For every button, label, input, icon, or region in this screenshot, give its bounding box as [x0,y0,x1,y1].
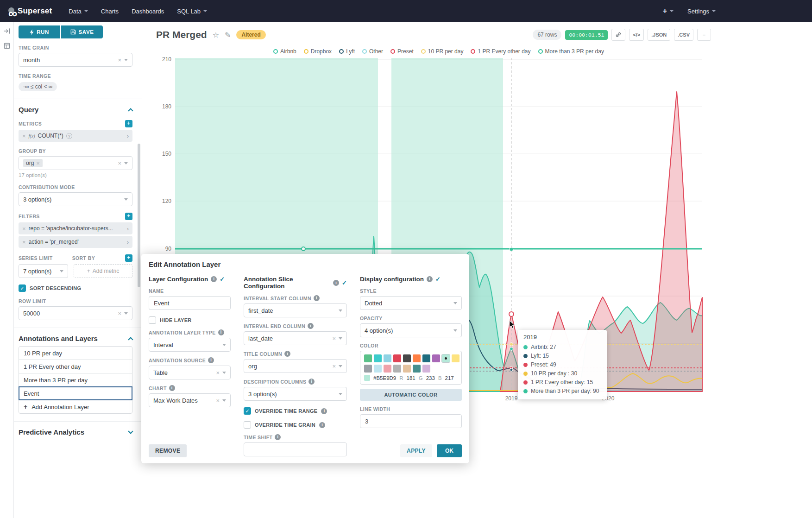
hex-value[interactable]: #B5E9D9 [373,375,396,381]
sort-by-add-metric[interactable]: + Add metric [74,264,132,278]
close-icon[interactable]: × [118,160,121,166]
query-section-header[interactable]: Query [19,106,132,114]
panel-scrollbar[interactable] [138,144,140,287]
color-swatch[interactable] [452,354,460,362]
g-value[interactable]: 233 [426,375,435,381]
add-metric-plus-button[interactable]: + [125,120,132,127]
expand-panel-icon[interactable] [4,28,10,36]
series-limit-select[interactable]: 7 option(s) [19,264,68,278]
time-range-value[interactable]: -∞ ≤ col < ∞ [19,82,57,91]
ok-button[interactable]: OK [437,444,462,457]
description-columns-select[interactable]: 3 option(s) [244,387,347,401]
color-swatch[interactable] [422,365,430,373]
legend-item[interactable]: Lyft [339,48,355,55]
save-button[interactable]: SAVE [61,25,103,38]
hide-layer-checkbox[interactable] [149,316,156,324]
close-icon[interactable]: × [36,160,40,166]
nav-menu-charts[interactable]: Charts [101,8,119,15]
contribution-mode-select[interactable]: 3 option(s) [19,192,132,206]
color-swatch[interactable] [374,354,382,362]
style-select[interactable]: Dotted [360,296,462,310]
annotation-layer-type-select[interactable]: Interval [149,338,231,352]
color-swatch[interactable] [422,354,430,362]
nav-menu-dashboards[interactable]: Dashboards [132,8,164,15]
nav-menu-sqllab[interactable]: SQL Lab [177,8,207,15]
color-swatch[interactable] [403,365,411,373]
annotation-layer-item[interactable]: 10 PR per day [19,346,132,360]
export-csv-button[interactable]: .CSV [674,29,693,41]
settings-menu[interactable]: Settings [687,8,716,15]
override-time-range-checkbox[interactable]: ✓ [244,407,251,415]
color-swatch-selected[interactable] [442,354,450,362]
annotations-section-header[interactable]: Annotations and Layers [19,335,132,342]
opacity-select[interactable]: 4 option(s) [360,323,462,337]
annotation-layer-item[interactable]: 1 PR Every other day [19,360,132,373]
share-link-button[interactable] [611,29,625,41]
row-limit-select[interactable]: 50000 × [19,306,132,320]
predictive-analytics-header[interactable]: Predictive Analytics [19,428,132,436]
automatic-color-button[interactable]: AUTOMATIC COLOR [360,389,462,401]
b-value[interactable]: 217 [445,375,454,381]
interval-start-select[interactable]: first_date [244,303,347,317]
legend-item[interactable]: Other [362,48,383,55]
altered-badge[interactable]: Altered [236,30,265,39]
add-filter-plus-button[interactable]: + [125,213,132,220]
color-swatch[interactable] [432,354,440,362]
color-swatch[interactable] [393,365,401,373]
close-icon[interactable]: × [118,310,121,316]
group-by-tag[interactable]: org× [23,159,43,167]
close-icon[interactable]: × [22,226,26,232]
color-swatch[interactable] [413,354,421,362]
close-icon[interactable]: × [332,363,336,369]
view-query-button[interactable]: </> [629,29,644,41]
legend-item[interactable]: Preset [390,48,414,55]
annotation-layer-item-selected[interactable]: Event [19,386,132,400]
metric-pill[interactable]: × f(x) COUNT(*) ? › [19,130,132,142]
annotation-layer-item[interactable]: More than 3 PR per day [19,373,132,387]
close-icon[interactable]: × [22,133,26,139]
line-width-input[interactable] [360,414,462,428]
filter-pill[interactable]: × action = 'pr_merged' › [19,236,132,248]
more-options-button[interactable]: ≡ [697,29,711,41]
edit-icon[interactable]: ✎ [225,31,231,39]
color-swatch[interactable] [374,365,382,373]
apply-button[interactable]: APPLY [400,444,432,457]
color-swatch[interactable] [413,365,421,373]
filter-pill[interactable]: × repo = 'apache/incubator-supers... › [19,222,132,234]
close-icon[interactable]: × [216,370,220,376]
dataset-icon[interactable] [4,43,10,51]
close-icon[interactable]: × [332,335,336,341]
interval-end-select[interactable]: last_date× [244,331,347,345]
add-sort-plus-button[interactable]: + [125,254,132,262]
export-json-button[interactable]: .JSON [648,29,670,41]
color-swatch[interactable] [384,365,391,373]
add-annotation-layer-button[interactable]: + Add Annotation Layer [19,400,132,414]
run-button[interactable]: RUN [19,25,60,38]
remove-button[interactable]: REMOVE [149,444,187,457]
legend-item[interactable]: 1 PR Every other day [471,48,530,55]
legend-item[interactable]: Dropbox [304,48,332,55]
nav-menu-data[interactable]: Data [69,8,88,15]
annotation-source-select[interactable]: Table× [149,366,231,379]
time-grain-select[interactable]: month × [19,53,132,67]
override-time-grain-checkbox[interactable] [244,421,251,429]
superset-logo[interactable]: ∞ Superset [8,6,52,16]
color-swatch[interactable] [384,354,391,362]
r-value[interactable]: 181 [407,375,415,381]
color-swatch[interactable] [393,354,401,362]
close-icon[interactable]: × [216,398,220,404]
sort-descending-checkbox[interactable]: ✓ [19,284,26,292]
color-swatch[interactable] [364,365,372,373]
close-icon[interactable]: × [22,239,26,245]
new-item-button[interactable]: + [663,7,674,15]
color-swatch[interactable] [364,354,372,362]
legend-item[interactable]: Airbnb [273,48,296,55]
legend-item[interactable]: 10 PR per day [421,48,464,55]
title-column-select[interactable]: org× [244,359,347,373]
chart-select[interactable]: Max Work Dates× [149,393,231,407]
layer-name-input[interactable] [149,296,231,310]
star-icon[interactable]: ☆ [213,31,219,39]
legend-item[interactable]: More than 3 PR per day [538,48,604,55]
close-icon[interactable]: × [118,57,121,63]
color-swatch[interactable] [403,354,411,362]
